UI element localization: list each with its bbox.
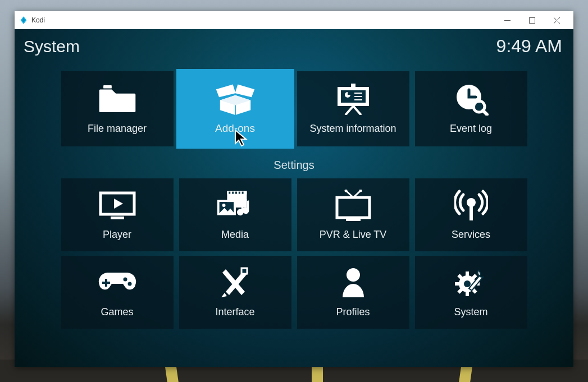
svg-line-13: [345, 106, 353, 115]
tile-label: Player: [103, 229, 131, 241]
tile-system-information[interactable]: System information: [297, 71, 409, 146]
folder-icon: [97, 84, 138, 115]
tile-system[interactable]: System: [415, 256, 527, 329]
svg-line-14: [353, 106, 361, 115]
tile-label: Interface: [215, 306, 254, 318]
bottom-row: Games Interface Profiles: [61, 256, 527, 329]
gamepad-icon: [97, 267, 138, 298]
svg-rect-27: [241, 191, 243, 194]
profile-icon: [333, 267, 373, 298]
design-tools-icon: [215, 267, 256, 298]
svg-rect-23: [229, 191, 230, 194]
tile-games[interactable]: Games: [61, 256, 174, 329]
svg-rect-36: [346, 219, 361, 221]
top-row: File manager Add-ons System information …: [61, 71, 527, 146]
clock-search-icon: [451, 84, 491, 115]
window-title: Kodi: [31, 16, 45, 24]
tile-label: Profiles: [336, 306, 370, 318]
svg-rect-24: [232, 191, 234, 194]
svg-rect-40: [102, 282, 110, 284]
tile-label: Add-ons: [215, 122, 255, 135]
titlebar: Kodi: [15, 11, 573, 29]
tile-addons[interactable]: Add-ons: [176, 69, 294, 149]
svg-line-18: [483, 111, 487, 114]
tile-media[interactable]: Media: [179, 178, 291, 251]
svg-point-54: [464, 280, 471, 287]
minimize-button[interactable]: [495, 11, 519, 29]
tile-interface[interactable]: Interface: [179, 256, 291, 329]
tile-pvr[interactable]: PVR & Live TV: [297, 178, 409, 251]
svg-point-41: [123, 277, 127, 281]
tile-label: Games: [101, 306, 133, 318]
kodi-logo-icon: [19, 16, 28, 25]
tile-label: System: [454, 306, 487, 318]
tile-services[interactable]: Services: [415, 178, 527, 251]
tv-icon: [333, 190, 373, 221]
svg-rect-10: [354, 93, 362, 94]
svg-point-44: [347, 268, 360, 282]
tile-player[interactable]: Player: [61, 178, 174, 251]
svg-rect-6: [351, 84, 355, 87]
svg-point-42: [127, 282, 131, 286]
header: System 9:49 AM: [15, 29, 573, 61]
svg-point-37: [467, 198, 476, 207]
app-window: Kodi System 9:49 AM File manager Add-ons: [15, 11, 573, 367]
svg-rect-43: [241, 268, 247, 274]
svg-rect-0: [504, 20, 510, 21]
section-label: Settings: [274, 159, 314, 172]
box-icon: [215, 83, 256, 114]
svg-rect-35: [337, 197, 370, 218]
svg-rect-46: [466, 271, 469, 277]
presentation-icon: [333, 84, 373, 115]
svg-rect-26: [238, 191, 240, 194]
player-icon: [97, 190, 138, 221]
svg-rect-20: [111, 217, 124, 219]
svg-rect-38: [470, 206, 473, 220]
tile-label: Services: [452, 229, 490, 241]
svg-rect-4: [103, 85, 112, 89]
tile-label: System information: [309, 123, 396, 135]
svg-rect-12: [354, 99, 362, 100]
tile-label: Event log: [450, 123, 492, 135]
svg-rect-47: [466, 291, 469, 296]
maximize-button[interactable]: [519, 11, 544, 29]
svg-point-30: [222, 204, 225, 207]
tile-label: PVR & Live TV: [320, 229, 387, 241]
svg-rect-25: [235, 191, 237, 194]
clock: 9:49 AM: [496, 36, 562, 57]
mid-row: Player Media: [61, 178, 527, 251]
tile-event-log[interactable]: Event log: [415, 71, 527, 146]
tile-file-manager[interactable]: File manager: [61, 71, 174, 146]
page-title: System: [24, 37, 80, 56]
broadcast-icon: [451, 190, 491, 221]
svg-rect-1: [529, 17, 535, 23]
tile-profiles[interactable]: Profiles: [297, 256, 409, 329]
gear-wrench-icon: [451, 267, 491, 298]
media-icon: [215, 190, 256, 221]
close-button[interactable]: [544, 11, 569, 29]
content: File manager Add-ons System information …: [15, 61, 573, 367]
svg-rect-11: [354, 96, 362, 97]
svg-rect-48: [455, 282, 460, 286]
tile-label: File manager: [88, 123, 147, 135]
tile-label: Media: [221, 229, 249, 241]
